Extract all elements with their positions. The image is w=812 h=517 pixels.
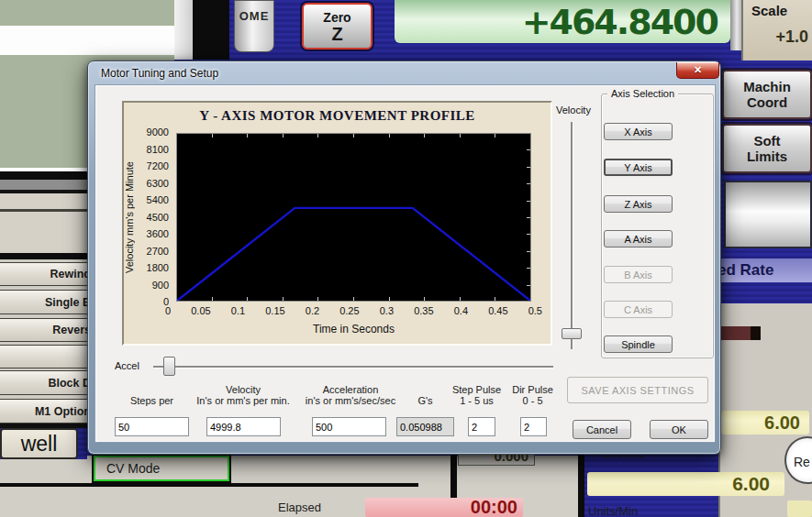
- machine-coords-line1: Machin: [743, 79, 791, 94]
- a-axis-button[interactable]: A Axis: [604, 230, 673, 248]
- velocity-slider-track[interactable]: [571, 122, 573, 349]
- feed-rate-header: ed Rate: [716, 258, 812, 282]
- ok-button[interactable]: OK: [650, 420, 708, 439]
- left-beige-panel: [0, 193, 87, 259]
- y-tick-label: 6300: [147, 178, 169, 189]
- dir-pulse-input[interactable]: [520, 417, 547, 436]
- y-tick-label: 7200: [147, 160, 169, 171]
- b-axis-button: B Axis: [604, 266, 673, 283]
- left-divider-gray: [0, 180, 87, 190]
- scale-label: Scale: [751, 3, 787, 18]
- spindle-button[interactable]: Spindle: [604, 336, 673, 353]
- soft-limits-line1: Soft: [753, 133, 780, 148]
- velocity-field-label-line2: In's or mm's per min.: [195, 395, 291, 406]
- chart-plot-area: [176, 133, 531, 302]
- velocity-slider-label: Velocity: [556, 104, 591, 116]
- desktop-band: [0, 26, 174, 55]
- scale-dro[interactable]: +1.0: [775, 28, 808, 47]
- bottom-vertical-divider-2: [578, 444, 584, 517]
- chart-ticks-bottom: [177, 297, 530, 301]
- y-tick-labels: 9000810072006300540045003600270018009000: [136, 126, 169, 307]
- home-button[interactable]: OME: [234, 0, 274, 52]
- soft-limits-line2: Limits: [747, 148, 787, 164]
- chart-title: Y - AXIS MOTOR MOVEMENT PROFILE: [122, 108, 552, 124]
- x-tick-label: 0.35: [414, 305, 433, 316]
- right-silver-panel: [724, 181, 812, 248]
- dir-pulse-label-line2: 0 - 5: [507, 395, 558, 406]
- save-axis-settings-button: SAVE AXIS SETTINGS: [567, 377, 708, 403]
- feed-override-slider-cap: [751, 326, 761, 340]
- axis-selection-label: Axis Selection: [607, 88, 678, 99]
- dwell-button[interactable]: well: [0, 428, 78, 459]
- reset-label: Re: [794, 455, 810, 469]
- step-pulse-label-line1: Step Pulse: [451, 384, 502, 395]
- zero-z-axis-letter: Z: [331, 25, 342, 43]
- accel-slider-track[interactable]: [153, 366, 553, 368]
- soft-limits-button[interactable]: Soft Limits: [722, 124, 812, 173]
- z-axis-dro[interactable]: +464.8400: [395, 0, 730, 43]
- y-tick-label: 8100: [147, 144, 169, 155]
- steps-per-label: Steps per: [115, 395, 189, 406]
- gs-label: G's: [396, 395, 454, 406]
- x-tick-label: 0.15: [265, 305, 284, 316]
- zero-z-label: Zero: [323, 10, 350, 25]
- y-axis-button[interactable]: Y Axis: [604, 159, 673, 176]
- elapsed-label: Elapsed: [278, 500, 321, 514]
- velocity-slider-thumb[interactable]: [562, 328, 582, 339]
- bottom-divider: [0, 483, 418, 487]
- step-pulse-input[interactable]: [468, 417, 495, 436]
- feed-override-dro[interactable]: 6.00: [721, 411, 809, 434]
- acceleration-field-label-line2: in's or mm's/sec/sec: [303, 395, 398, 406]
- cv-mode-indicator[interactable]: CV Mode: [94, 456, 229, 481]
- motor-tuning-dialog: Motor Tuning and Setup ✕ Y - AXIS MOTOR …: [87, 60, 721, 455]
- cancel-button[interactable]: Cancel: [573, 420, 631, 439]
- x-tick-label: 0: [165, 305, 171, 316]
- y-tick-label: 2700: [147, 246, 169, 257]
- x-tick-labels: 00.050.10.150.20.250.30.350.40.450.5: [165, 305, 542, 316]
- velocity-field-label: Velocity In's or mm's per min.: [195, 384, 291, 406]
- dir-pulse-label: Dir Pulse 0 - 5: [507, 384, 558, 406]
- scale-panel: Scale +1.0: [741, 0, 812, 60]
- machine-coords-button[interactable]: Machin Coord: [722, 70, 812, 119]
- x-tick-label: 0.3: [380, 305, 394, 316]
- y-tick-label: 1800: [147, 262, 169, 273]
- feed-rate-header-text: ed Rate: [717, 261, 773, 280]
- velocity-field-label-line1: Velocity: [195, 384, 291, 395]
- left-beige-line: [0, 209, 87, 212]
- velocity-input[interactable]: [206, 417, 281, 436]
- x-tick-label: 0.45: [488, 305, 507, 316]
- x-tick-label: 0.05: [191, 305, 210, 316]
- panel-dark-strip: [193, 0, 229, 60]
- close-icon: ✕: [694, 64, 702, 76]
- close-button[interactable]: ✕: [676, 62, 719, 79]
- step-pulse-label: Step Pulse 1 - 5 us: [451, 384, 502, 406]
- cv-mode-frame: CV Mode: [92, 454, 231, 483]
- acceleration-field-label: Acceleration in's or mm's/sec/sec: [303, 384, 398, 406]
- chart-ticks-top: [177, 134, 530, 138]
- acceleration-input[interactable]: [312, 417, 386, 436]
- x-tick-label: 0.25: [339, 305, 359, 316]
- y-tick-label: 3600: [147, 228, 169, 239]
- chart-ticks-right: [527, 134, 530, 301]
- acceleration-field-label-line1: Acceleration: [303, 384, 398, 395]
- step-pulse-label-line2: 1 - 5 us: [451, 395, 502, 406]
- feed-override-slider[interactable]: [721, 326, 752, 340]
- feedrate-dro[interactable]: 6.00: [587, 472, 784, 496]
- dialog-content: Y - AXIS MOTOR MOVEMENT PROFILE Velocity…: [95, 84, 716, 443]
- x-tick-label: 0.2: [306, 305, 319, 316]
- z-axis-button[interactable]: Z Axis: [604, 195, 673, 213]
- units-min-label: Units/Min: [588, 504, 638, 517]
- steps-per-input[interactable]: [115, 417, 189, 436]
- accel-slider-thumb[interactable]: [163, 357, 175, 376]
- profile-line-svg: [177, 134, 530, 301]
- y-tick-label: 4500: [147, 212, 169, 223]
- x-axis-title: Time in Seconds: [176, 323, 531, 336]
- x-axis-button[interactable]: X Axis: [604, 123, 673, 140]
- mach3-screen: OME Zero Z +464.8400 Scale +1.0 Machin C…: [0, 0, 812, 517]
- zero-z-button[interactable]: Zero Z: [302, 3, 373, 50]
- accel-slider-label: Accel: [115, 360, 139, 371]
- x-tick-label: 0.5: [528, 305, 542, 316]
- y-tick-label: 5400: [147, 194, 169, 205]
- x-tick-label: 0.4: [454, 305, 468, 316]
- left-divider-black: [0, 171, 87, 180]
